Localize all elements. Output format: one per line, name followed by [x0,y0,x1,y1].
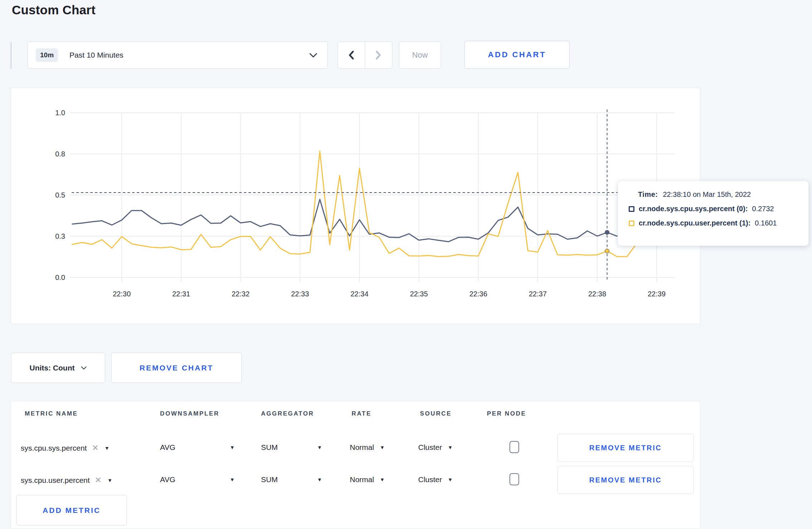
tooltip-series-value: 0.2732 [752,205,774,213]
rate-value: Normal [350,475,374,484]
aggregator-value: SUM [261,443,278,452]
close-icon[interactable]: ✕ [92,443,98,453]
metric-name-select[interactable]: sys.cpu.user.percent ✕ ▼ [21,475,112,485]
col-header-rate: RATE [352,410,371,417]
col-header-aggregator: AGGREGATOR [261,410,314,417]
dropdown-arrow-icon: ▼ [317,445,322,450]
col-header-metric-name: METRIC NAME [25,410,78,417]
chevron-down-icon [81,366,87,370]
remove-chart-button[interactable]: REMOVE CHART [111,353,242,383]
y-axis-tick-label: 0.3 [55,232,65,240]
y-axis-tick-label: 0.0 [55,273,65,281]
x-axis-tick-label: 22:36 [469,290,487,298]
dropdown-arrow-icon: ▼ [107,477,112,483]
col-header-downsampler: DOWNSAMPLER [160,410,219,417]
dropdown-arrow-icon: ▼ [317,477,322,482]
y-axis-tick-label: 1.0 [55,109,65,117]
units-label: Units: Count [30,364,75,372]
dropdown-arrow-icon: ▼ [380,477,385,482]
col-header-source: SOURCE [420,410,451,417]
downsampler-select[interactable]: AVG ▼ [160,475,235,484]
downsampler-select[interactable]: AVG ▼ [160,443,235,452]
aggregator-value: SUM [261,475,278,484]
time-nav-group [338,42,392,69]
x-axis-tick-label: 22:35 [410,290,428,298]
rate-value: Normal [350,443,374,452]
controls-left-divider [11,42,11,69]
x-axis-tick-label: 22:34 [351,290,368,298]
close-icon[interactable]: ✕ [95,475,102,485]
time-back-button[interactable] [338,42,365,68]
dropdown-arrow-icon: ▼ [105,445,110,451]
x-axis-tick-label: 22:38 [588,290,606,298]
dropdown-arrow-icon: ▼ [448,445,453,450]
tooltip-series-label: cr.node.sys.cpu.sys.percent (0): [639,205,748,213]
dropdown-arrow-icon: ▼ [380,445,385,450]
x-axis-tick-label: 22:37 [529,290,547,298]
chevron-down-icon [309,53,317,58]
dropdown-arrow-icon: ▼ [448,477,453,482]
tooltip-series-value: 0.1601 [755,219,777,227]
per-node-checkbox[interactable] [509,473,519,485]
per-node-checkbox[interactable] [509,441,519,453]
source-select[interactable]: Cluster ▼ [418,475,453,484]
y-axis-tick-label: 0.8 [55,150,65,158]
aggregator-select[interactable]: SUM ▼ [261,475,322,484]
downsampler-value: AVG [160,443,175,452]
x-axis-tick-label: 22:30 [113,290,131,298]
remove-metric-button[interactable]: REMOVE METRIC [557,434,693,462]
aggregator-select[interactable]: SUM ▼ [261,443,322,452]
rate-select[interactable]: Normal ▼ [350,475,385,484]
x-axis-tick-label: 22:32 [232,290,250,298]
chevron-right-icon [376,51,381,59]
x-axis-tick-label: 22:33 [291,290,309,298]
chevron-left-icon [349,51,354,59]
dropdown-arrow-icon: ▼ [230,445,235,450]
series-color-swatch-user [629,220,634,226]
source-value: Cluster [418,443,442,452]
tooltip-series-row: cr.node.sys.cpu.user.percent (1): 0.1601 [629,219,798,227]
add-metric-button[interactable]: ADD METRIC [16,495,127,525]
remove-metric-button[interactable]: REMOVE METRIC [557,466,693,494]
time-window-dropdown[interactable]: 10m Past 10 Minutes [28,42,328,69]
y-axis-tick-label: 0.5 [55,191,65,199]
series-color-swatch-sys [629,206,634,212]
custom-chart-plot[interactable]: 0.00.30.50.81.022:3022:3122:3222:3322:34… [11,88,700,324]
rate-select[interactable]: Normal ▼ [350,443,385,452]
source-value: Cluster [418,475,442,484]
downsampler-value: AVG [160,475,175,484]
units-dropdown[interactable]: Units: Count [11,353,105,383]
now-button[interactable]: Now [399,42,441,69]
tooltip-series-row: cr.node.sys.cpu.sys.percent (0): 0.2732 [629,205,798,213]
tooltip-time-value: 22:38:10 on Mar 15th, 2022 [663,190,751,199]
add-chart-button[interactable]: ADD CHART [464,41,570,69]
x-axis-tick-label: 22:39 [648,290,666,298]
metric-name-value: sys.cpu.sys.percent [21,444,87,452]
chart-tooltip: Time: 22:38:10 on Mar 15th, 2022 cr.node… [618,181,809,246]
page-title: Custom Chart [12,3,96,17]
tooltip-series-label: cr.node.sys.cpu.user.percent (1): [639,219,750,227]
tooltip-time-label: Time: [638,190,658,199]
dropdown-arrow-icon: ▼ [230,477,235,482]
x-axis-tick-label: 22:31 [172,290,190,298]
metric-name-value: sys.cpu.user.percent [21,476,90,485]
source-select[interactable]: Cluster ▼ [418,443,453,452]
time-forward-button[interactable] [365,42,392,68]
col-header-per-node: PER NODE [487,410,526,417]
time-window-label: Past 10 Minutes [69,51,309,59]
tooltip-time-row: Time: 22:38:10 on Mar 15th, 2022 [629,190,798,199]
metric-name-select[interactable]: sys.cpu.sys.percent ✕ ▼ [21,443,110,453]
time-window-badge: 10m [36,48,58,62]
